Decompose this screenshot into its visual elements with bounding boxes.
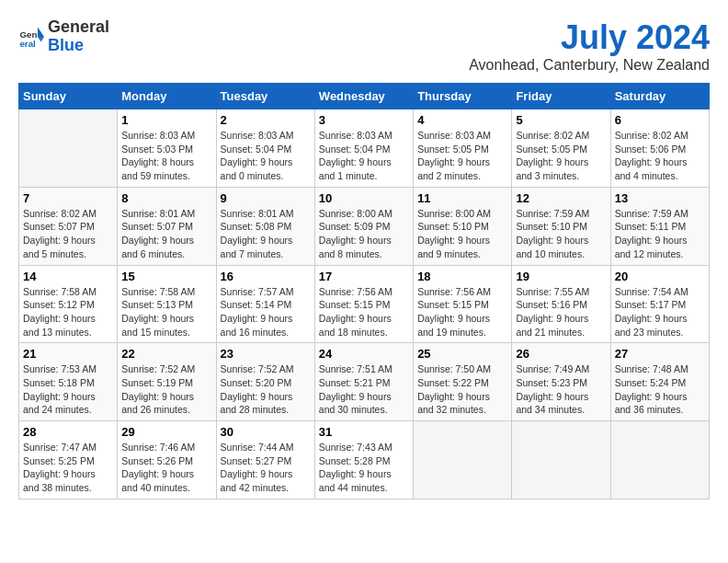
day-info: Sunrise: 7:59 AMSunset: 5:10 PMDaylight:… [516, 207, 606, 261]
day-number: 7 [23, 191, 113, 205]
title-area: July 2024 Avonhead, Canterbury, New Zeal… [469, 18, 710, 74]
day-number: 9 [221, 191, 311, 205]
week-row-5: 28Sunrise: 7:47 AMSunset: 5:25 PMDayligh… [19, 421, 710, 500]
day-info: Sunrise: 7:57 AMSunset: 5:14 PMDaylight:… [221, 285, 311, 339]
logo-blue-text: Blue [48, 36, 84, 54]
calendar-cell: 26Sunrise: 7:49 AMSunset: 5:23 PMDayligh… [512, 343, 610, 421]
day-info: Sunrise: 8:01 AMSunset: 5:08 PMDaylight:… [221, 207, 311, 261]
calendar-cell: 13Sunrise: 7:59 AMSunset: 5:11 PMDayligh… [610, 187, 709, 265]
page-header: Gen eral General Blue July 2024 Avonhead… [18, 18, 710, 74]
calendar-cell [19, 109, 118, 188]
calendar-cell: 20Sunrise: 7:54 AMSunset: 5:17 PMDayligh… [610, 265, 709, 343]
calendar-cell: 24Sunrise: 7:51 AMSunset: 5:21 PMDayligh… [314, 343, 413, 421]
week-row-4: 21Sunrise: 7:53 AMSunset: 5:18 PMDayligh… [19, 343, 710, 421]
svg-text:eral: eral [19, 39, 36, 49]
week-row-3: 14Sunrise: 7:58 AMSunset: 5:12 PMDayligh… [19, 265, 710, 343]
week-row-1: 1Sunrise: 8:03 AMSunset: 5:03 PMDaylight… [19, 109, 710, 188]
calendar-cell [610, 421, 709, 500]
day-info: Sunrise: 7:58 AMSunset: 5:13 PMDaylight:… [121, 285, 211, 339]
day-number: 24 [319, 347, 409, 361]
calendar-cell: 16Sunrise: 7:57 AMSunset: 5:14 PMDayligh… [216, 265, 314, 343]
day-info: Sunrise: 7:52 AMSunset: 5:19 PMDaylight:… [121, 362, 211, 417]
calendar-cell: 27Sunrise: 7:48 AMSunset: 5:24 PMDayligh… [610, 343, 709, 421]
day-number: 18 [417, 270, 507, 283]
calendar-cell: 4Sunrise: 8:03 AMSunset: 5:05 PMDaylight… [414, 109, 512, 188]
day-number: 11 [417, 191, 507, 205]
calendar-cell: 22Sunrise: 7:52 AMSunset: 5:19 PMDayligh… [118, 343, 216, 421]
calendar-cell: 9Sunrise: 8:01 AMSunset: 5:08 PMDaylight… [216, 187, 314, 265]
calendar-cell: 29Sunrise: 7:46 AMSunset: 5:26 PMDayligh… [118, 421, 216, 500]
header-day-sunday: Sunday [19, 84, 118, 109]
day-number: 30 [221, 425, 311, 439]
calendar-cell: 19Sunrise: 7:55 AMSunset: 5:16 PMDayligh… [512, 265, 610, 343]
calendar-cell: 23Sunrise: 7:52 AMSunset: 5:20 PMDayligh… [216, 343, 314, 421]
calendar-cell [414, 421, 512, 500]
calendar-cell: 15Sunrise: 7:58 AMSunset: 5:13 PMDayligh… [118, 265, 216, 343]
day-number: 20 [615, 270, 705, 283]
header-row: SundayMondayTuesdayWednesdayThursdayFrid… [19, 84, 710, 109]
week-row-2: 7Sunrise: 8:02 AMSunset: 5:07 PMDaylight… [19, 187, 710, 265]
logo: Gen eral General Blue [18, 18, 109, 55]
day-number: 25 [417, 347, 507, 361]
day-info: Sunrise: 8:03 AMSunset: 5:03 PMDaylight:… [121, 129, 211, 183]
day-info: Sunrise: 7:59 AMSunset: 5:11 PMDaylight:… [615, 207, 705, 261]
calendar-cell: 17Sunrise: 7:56 AMSunset: 5:15 PMDayligh… [314, 265, 413, 343]
header-day-tuesday: Tuesday [216, 84, 314, 109]
calendar-cell: 10Sunrise: 8:00 AMSunset: 5:09 PMDayligh… [314, 187, 413, 265]
logo-general-text: General [48, 17, 109, 36]
day-number: 21 [23, 347, 113, 361]
day-number: 19 [516, 270, 606, 283]
day-number: 6 [615, 113, 705, 127]
day-number: 22 [121, 347, 211, 361]
day-info: Sunrise: 8:01 AMSunset: 5:07 PMDaylight:… [121, 207, 211, 261]
calendar-cell: 12Sunrise: 7:59 AMSunset: 5:10 PMDayligh… [512, 187, 610, 265]
svg-marker-2 [38, 27, 44, 37]
header-day-wednesday: Wednesday [314, 84, 413, 109]
day-info: Sunrise: 8:00 AMSunset: 5:10 PMDaylight:… [417, 207, 507, 261]
day-info: Sunrise: 7:46 AMSunset: 5:26 PMDaylight:… [121, 441, 211, 495]
day-number: 16 [221, 270, 311, 283]
day-number: 27 [615, 347, 705, 361]
day-number: 14 [23, 270, 113, 283]
day-number: 15 [121, 270, 211, 283]
calendar-cell [512, 421, 610, 500]
calendar-cell: 3Sunrise: 8:03 AMSunset: 5:04 PMDaylight… [314, 109, 413, 188]
day-info: Sunrise: 7:43 AMSunset: 5:28 PMDaylight:… [319, 441, 409, 495]
day-number: 17 [319, 270, 409, 283]
calendar-table: SundayMondayTuesdayWednesdayThursdayFrid… [18, 83, 710, 500]
day-number: 8 [121, 191, 211, 205]
subtitle: Avonhead, Canterbury, New Zealand [469, 57, 710, 74]
day-number: 28 [23, 425, 113, 439]
calendar-cell: 31Sunrise: 7:43 AMSunset: 5:28 PMDayligh… [314, 421, 413, 500]
day-info: Sunrise: 7:51 AMSunset: 5:21 PMDaylight:… [319, 362, 409, 417]
day-info: Sunrise: 7:52 AMSunset: 5:20 PMDaylight:… [221, 362, 311, 417]
day-info: Sunrise: 8:03 AMSunset: 5:04 PMDaylight:… [319, 129, 409, 183]
day-number: 4 [417, 113, 507, 127]
day-number: 10 [319, 191, 409, 205]
day-number: 12 [516, 191, 606, 205]
header-day-monday: Monday [118, 84, 216, 109]
day-number: 2 [221, 113, 311, 127]
day-info: Sunrise: 7:47 AMSunset: 5:25 PMDaylight:… [23, 441, 113, 495]
calendar-cell: 30Sunrise: 7:44 AMSunset: 5:27 PMDayligh… [216, 421, 314, 500]
day-info: Sunrise: 7:56 AMSunset: 5:15 PMDaylight:… [319, 285, 409, 339]
svg-marker-3 [38, 37, 44, 42]
day-number: 23 [221, 347, 311, 361]
day-number: 31 [319, 425, 409, 439]
header-day-friday: Friday [512, 84, 610, 109]
day-number: 26 [516, 347, 606, 361]
day-info: Sunrise: 7:50 AMSunset: 5:22 PMDaylight:… [417, 362, 507, 417]
day-info: Sunrise: 7:55 AMSunset: 5:16 PMDaylight:… [516, 285, 606, 339]
day-info: Sunrise: 8:03 AMSunset: 5:05 PMDaylight:… [417, 129, 507, 183]
day-number: 5 [516, 113, 606, 127]
day-info: Sunrise: 8:00 AMSunset: 5:09 PMDaylight:… [319, 207, 409, 261]
calendar-cell: 6Sunrise: 8:02 AMSunset: 5:06 PMDaylight… [610, 109, 709, 188]
day-info: Sunrise: 7:58 AMSunset: 5:12 PMDaylight:… [23, 285, 113, 339]
calendar-cell: 18Sunrise: 7:56 AMSunset: 5:15 PMDayligh… [414, 265, 512, 343]
calendar-cell: 7Sunrise: 8:02 AMSunset: 5:07 PMDaylight… [19, 187, 118, 265]
calendar-cell: 8Sunrise: 8:01 AMSunset: 5:07 PMDaylight… [118, 187, 216, 265]
header-day-saturday: Saturday [610, 84, 709, 109]
main-title: July 2024 [469, 18, 710, 57]
day-info: Sunrise: 7:49 AMSunset: 5:23 PMDaylight:… [516, 362, 606, 417]
calendar-cell: 14Sunrise: 7:58 AMSunset: 5:12 PMDayligh… [19, 265, 118, 343]
